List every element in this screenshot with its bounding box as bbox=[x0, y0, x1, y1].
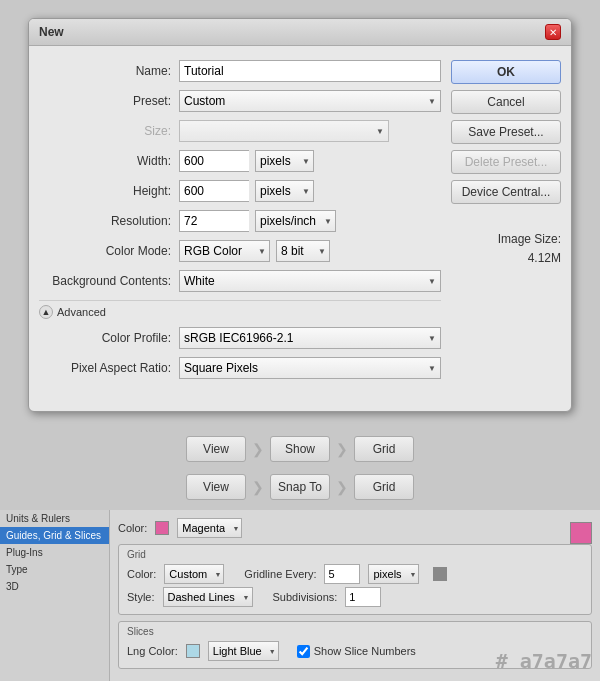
height-input[interactable] bbox=[179, 180, 249, 202]
size-row: Size: bbox=[39, 120, 441, 142]
prefs-sidebar: Units & Rulers Guides, Grid & Slices Plu… bbox=[0, 510, 110, 681]
bg-contents-select[interactable]: White Background Color Transparent bbox=[179, 270, 441, 292]
ok-button[interactable]: OK bbox=[451, 60, 561, 84]
device-central-button[interactable]: Device Central... bbox=[451, 180, 561, 204]
show-numbers-checkbox[interactable] bbox=[297, 645, 310, 658]
height-unit-wrap: pixels inches bbox=[255, 180, 314, 202]
toolbar-row-2: View ❯ Snap To ❯ Grid bbox=[0, 468, 600, 506]
name-row: Name: bbox=[39, 60, 441, 82]
image-size-label: Image Size: bbox=[451, 230, 561, 249]
width-input[interactable] bbox=[179, 150, 249, 172]
gridline-unit-select[interactable]: pixels bbox=[368, 564, 419, 584]
gridline-unit-wrap: pixels bbox=[368, 564, 419, 584]
bit-depth-wrap: 8 bit 16 bit 32 bit bbox=[276, 240, 330, 262]
gridline-input[interactable] bbox=[324, 564, 360, 584]
grid-color-swatch bbox=[433, 567, 447, 581]
prefs-color-select[interactable]: Magenta bbox=[177, 518, 242, 538]
arrow-icon-3: ❯ bbox=[252, 479, 264, 495]
color-mode-unit-row: RGB Color CMYK Color Grayscale 8 bit 16 … bbox=[179, 240, 330, 262]
resolution-unit-select[interactable]: pixels/inch pixels/cm bbox=[255, 210, 336, 232]
advanced-label: Advanced bbox=[57, 306, 106, 318]
prefs-panel: Units & Rulers Guides, Grid & Slices Plu… bbox=[0, 510, 600, 681]
width-row: Width: pixels inches cm bbox=[39, 150, 441, 172]
pixel-aspect-select[interactable]: Square Pixels bbox=[179, 357, 441, 379]
arrow-icon-4: ❯ bbox=[336, 479, 348, 495]
width-unit-row: pixels inches cm bbox=[179, 150, 314, 172]
sidebar-item-type[interactable]: Type bbox=[0, 561, 109, 578]
toggle-icon: ▲ bbox=[39, 305, 53, 319]
toolbar-view-btn-1[interactable]: View bbox=[186, 436, 246, 462]
cancel-button[interactable]: Cancel bbox=[451, 90, 561, 114]
dialog-body: Name: Preset: Custom Size: bbox=[29, 46, 571, 411]
toolbar-grid-btn-1[interactable]: Grid bbox=[354, 436, 414, 462]
line-color-swatch bbox=[186, 644, 200, 658]
toolbar-view-btn-2[interactable]: View bbox=[186, 474, 246, 500]
sidebar-item-3d[interactable]: 3D bbox=[0, 578, 109, 595]
toolbar-grid-btn-2[interactable]: Grid bbox=[354, 474, 414, 500]
new-dialog: New ✕ Name: Preset: Custom Si bbox=[28, 18, 572, 412]
toolbar-show-btn[interactable]: Show bbox=[270, 436, 330, 462]
width-label: Width: bbox=[39, 154, 179, 168]
color-mode-label: Color Mode: bbox=[39, 244, 179, 258]
sidebar-item-units[interactable]: Units & Rulers bbox=[0, 510, 109, 527]
advanced-content: Color Profile: sRGB IEC61966-2.1 Pixel A… bbox=[39, 323, 441, 391]
height-label: Height: bbox=[39, 184, 179, 198]
prefs-color-label: Color: bbox=[118, 522, 147, 534]
sidebar-item-plugins[interactable]: Plug-Ins bbox=[0, 544, 109, 561]
color-mode-select[interactable]: RGB Color CMYK Color Grayscale bbox=[179, 240, 270, 262]
advanced-toggle[interactable]: ▲ Advanced bbox=[39, 301, 441, 323]
sidebar-item-guides[interactable]: Guides, Grid & Slices bbox=[0, 527, 109, 544]
color-swatch-pink bbox=[155, 521, 169, 535]
resolution-input[interactable] bbox=[179, 210, 249, 232]
bg-contents-wrap: White Background Color Transparent bbox=[179, 270, 441, 292]
color-profile-select[interactable]: sRGB IEC61966-2.1 bbox=[179, 327, 441, 349]
slices-section-title: Slices bbox=[127, 626, 583, 637]
save-preset-button[interactable]: Save Preset... bbox=[451, 120, 561, 144]
width-unit-select[interactable]: pixels inches cm bbox=[255, 150, 314, 172]
bit-depth-select[interactable]: 8 bit 16 bit 32 bit bbox=[276, 240, 330, 262]
prefs-color-header-row: Color: Magenta bbox=[118, 518, 592, 538]
resolution-unit-wrap: pixels/inch pixels/cm bbox=[255, 210, 336, 232]
prefs-main: Color: Magenta Grid Color: Custom Gridli… bbox=[110, 510, 600, 681]
grid-style-select-wrap: Dashed Lines Lines Dots bbox=[163, 587, 253, 607]
preset-select[interactable]: Custom bbox=[179, 90, 441, 112]
width-unit-wrap: pixels inches cm bbox=[255, 150, 314, 172]
prefs-color-select-wrap: Magenta bbox=[177, 518, 242, 538]
resolution-row: Resolution: pixels/inch pixels/cm bbox=[39, 210, 441, 232]
height-unit-select[interactable]: pixels inches bbox=[255, 180, 314, 202]
color-profile-wrap: sRGB IEC61966-2.1 bbox=[179, 327, 441, 349]
image-size-value: 4.12M bbox=[451, 249, 561, 268]
grid-color-select[interactable]: Custom bbox=[164, 564, 224, 584]
line-color-select[interactable]: Light Blue bbox=[208, 641, 279, 661]
delete-preset-button[interactable]: Delete Preset... bbox=[451, 150, 561, 174]
advanced-section: ▲ Advanced Color Profile: sRGB IEC61966-… bbox=[39, 300, 441, 391]
name-input[interactable] bbox=[179, 60, 441, 82]
size-select[interactable] bbox=[179, 120, 389, 142]
grid-style-label: Style: bbox=[127, 591, 155, 603]
height-row: Height: pixels inches bbox=[39, 180, 441, 202]
grid-style-select[interactable]: Dashed Lines Lines Dots bbox=[163, 587, 253, 607]
gridline-label: Gridline Every: bbox=[244, 568, 316, 580]
form-area: Name: Preset: Custom Size: bbox=[39, 60, 441, 397]
show-numbers-label: Show Slice Numbers bbox=[297, 645, 416, 658]
close-button[interactable]: ✕ bbox=[545, 24, 561, 40]
grid-color-row: Color: Custom Gridline Every: pixels bbox=[127, 564, 583, 584]
grid-section-title: Grid bbox=[127, 549, 583, 560]
grid-color-label: Color: bbox=[127, 568, 156, 580]
color-mode-row: Color Mode: RGB Color CMYK Color Graysca… bbox=[39, 240, 441, 262]
toolbar-snapto-btn[interactable]: Snap To bbox=[270, 474, 330, 500]
line-color-select-wrap: Light Blue bbox=[208, 641, 279, 661]
color-profile-row: Color Profile: sRGB IEC61966-2.1 bbox=[39, 327, 441, 349]
subdivisions-input[interactable] bbox=[345, 587, 381, 607]
preset-select-wrap: Custom bbox=[179, 90, 441, 112]
color-profile-label: Color Profile: bbox=[39, 331, 179, 345]
bg-contents-row: Background Contents: White Background Co… bbox=[39, 270, 441, 292]
buttons-area: OK Cancel Save Preset... Delete Preset..… bbox=[451, 60, 561, 397]
preset-label: Preset: bbox=[39, 94, 179, 108]
name-label: Name: bbox=[39, 64, 179, 78]
height-unit-row: pixels inches bbox=[179, 180, 314, 202]
pixel-aspect-row: Pixel Aspect Ratio: Square Pixels bbox=[39, 357, 441, 379]
grid-style-row: Style: Dashed Lines Lines Dots Subdivisi… bbox=[127, 587, 583, 607]
dialog-title: New bbox=[39, 25, 64, 39]
grid-section: Grid Color: Custom Gridline Every: pixel… bbox=[118, 544, 592, 615]
